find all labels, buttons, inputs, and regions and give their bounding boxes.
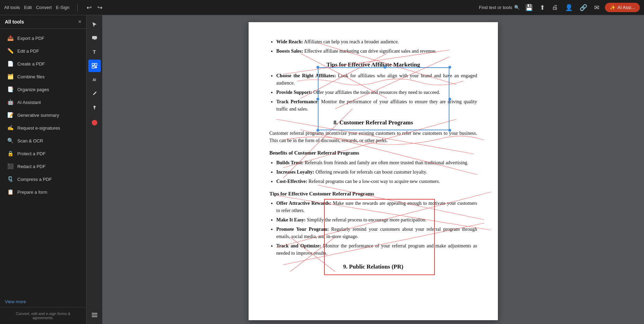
cursor-tool-button[interactable] <box>88 18 101 30</box>
list-item: Cost-Effective: Referral programs can be… <box>276 178 477 185</box>
ai-tool-button[interactable]: AI <box>88 73 101 86</box>
generative-summary-icon: 📝 <box>7 112 14 119</box>
list-item: Choose the Right Affiliates: Look for af… <box>276 72 477 87</box>
heading-referral-benefits: Benefits of Customer Referral Programs <box>269 149 477 157</box>
nav-esign[interactable]: E-Sign <box>56 5 69 10</box>
sidebar-items-list: 📤 Export a PDF ✏️ Edit a PDF 📄 Create a … <box>0 29 86 296</box>
heading-customer-referral: 8. Customer Referral Programs <box>269 118 477 127</box>
sidebar-item-compress-pdf[interactable]: 🗜️ Compress a PDF <box>2 173 84 185</box>
redo-button[interactable]: ↪ <box>96 2 104 13</box>
sidebar-item-edit-pdf[interactable]: ✏️ Edit a PDF <box>2 45 84 57</box>
sidebar-footer-text: Convert, edit and e-sign forms & agreeme… <box>16 312 71 320</box>
toolbar-actions: ↩ ↪ <box>85 2 104 13</box>
scan-ocr-icon: 🔍 <box>7 137 14 144</box>
combine-files-icon: 🗂️ <box>7 73 14 80</box>
redact-pdf-icon: ⬛ <box>7 163 14 170</box>
tool-panel: T AI <box>87 15 102 324</box>
list-item: Builds Trust: Referrals from friends and… <box>276 159 477 166</box>
toolbar-right: Find text or tools 🔍 💾 ⬆ 🖨 👤 🔗 ✉ ✨ AI As… <box>479 2 640 13</box>
email-icon-button[interactable]: ✉ <box>593 2 601 13</box>
list-item: Wide Reach: Affiliates can help you reac… <box>276 38 477 45</box>
account-icon-button[interactable]: 👤 <box>564 2 574 13</box>
nav-convert[interactable]: Convert <box>36 5 52 10</box>
edit-pdf-icon: ✏️ <box>7 47 14 54</box>
ai-assist-label: AI Assi... <box>617 5 635 10</box>
sidebar-item-scan-ocr[interactable]: 🔍 Scan & OCR <box>2 134 84 147</box>
text-tool-button[interactable]: T <box>88 46 101 58</box>
save-icon-button[interactable]: 💾 <box>524 2 534 13</box>
sidebar-item-create-pdf-label: Create a PDF <box>17 61 45 67</box>
heading-affiliate-tips: Tips for Effective Affiliate Marketing <box>269 60 477 69</box>
sidebar-item-redact-pdf[interactable]: ⬛ Redact a PDF <box>2 160 84 173</box>
sidebar-item-scan-ocr-label: Scan & OCR <box>17 138 43 143</box>
pdf-viewer-area[interactable]: Wide Reach: Affiliates can help you reac… <box>102 15 644 324</box>
view-more-button[interactable]: View more <box>0 296 86 307</box>
record-tool-button[interactable] <box>88 116 101 129</box>
pin-tool-button[interactable] <box>88 101 101 114</box>
scan-select-tool-button[interactable] <box>88 60 101 72</box>
sidebar-item-combine-files-label: Combine files <box>17 74 45 79</box>
sidebar-item-request-esignatures[interactable]: ✍️ Request e-signatures <box>2 122 84 134</box>
list-item: Provide Support: Offer your affiliates t… <box>276 89 477 96</box>
sidebar-item-redact-pdf-label: Redact a PDF <box>17 164 46 169</box>
sidebar-item-protect-pdf-label: Protect a PDF <box>17 151 46 156</box>
find-text-box[interactable]: Find text or tools 🔍 <box>479 5 520 10</box>
sidebar-item-ai-assistant[interactable]: 🤖 AI Assistant <box>2 96 84 108</box>
list-item: Make It Easy: Simplify the referral proc… <box>276 216 477 224</box>
list-item: Promote Your Program: Regularly remind y… <box>276 226 477 240</box>
heading-referral-tips: Tips for Effective Customer Referral Pro… <box>269 190 477 198</box>
svg-rect-8 <box>92 315 97 315</box>
list-item: Increases Loyalty: Offering rewards for … <box>276 168 477 176</box>
svg-rect-0 <box>92 36 97 39</box>
svg-rect-7 <box>92 313 97 314</box>
pen-tool-button[interactable] <box>88 87 101 100</box>
sidebar-item-edit-pdf-label: Edit a PDF <box>17 49 39 54</box>
sidebar-item-ai-assistant-label: AI Assistant <box>17 100 41 105</box>
ai-assist-button[interactable]: ✨ AI Assi... <box>605 3 640 12</box>
comment-tool-button[interactable] <box>88 32 101 44</box>
undo-button[interactable]: ↩ <box>85 2 93 13</box>
protect-pdf-icon: 🔒 <box>7 150 14 157</box>
sidebar-item-create-pdf[interactable]: 📄 Create a PDF <box>2 58 84 70</box>
sidebar-close-button[interactable]: × <box>78 19 81 25</box>
compress-pdf-icon: 🗜️ <box>7 176 14 183</box>
sidebar-item-combine-files[interactable]: 🗂️ Combine files <box>2 70 84 83</box>
list-item: Offer Attractive Rewards: Make sure the … <box>276 200 477 214</box>
find-text-label: Find text or tools <box>479 5 512 10</box>
upload-icon-button[interactable]: ⬆ <box>538 2 546 13</box>
top-toolbar: All tools Edit Convert E-Sign ↩ ↪ Find t… <box>0 0 644 15</box>
sidebar-item-generative-summary-label: Generative summary <box>17 113 59 118</box>
list-item: Track and Optimize: Monitor the performa… <box>276 242 477 257</box>
sidebar-item-request-esignatures-label: Request e-signatures <box>17 125 60 131</box>
sidebar-item-organize-pages-label: Organize pages <box>17 87 49 92</box>
svg-rect-1 <box>92 63 94 65</box>
main-area: All tools × 📤 Export a PDF ✏️ Edit a PDF… <box>0 15 644 324</box>
export-pdf-icon: 📤 <box>7 35 14 42</box>
svg-point-5 <box>93 106 96 108</box>
nav-all-tools[interactable]: All tools <box>4 5 20 10</box>
pdf-page: Wide Reach: Affiliates can help you reac… <box>249 22 498 320</box>
sidebar-item-organize-pages[interactable]: 📑 Organize pages <box>2 83 84 96</box>
list-item: Track Performance: Monitor the performan… <box>276 98 477 113</box>
sidebar-item-export-pdf[interactable]: 📤 Export a PDF <box>2 32 84 44</box>
sidebar-footer: Convert, edit and e-sign forms & agreeme… <box>0 307 86 324</box>
ai-assist-icon: ✨ <box>610 5 615 10</box>
sidebar-item-prepare-form[interactable]: 📋 Prepare a form <box>2 186 84 198</box>
sidebar-item-compress-pdf-label: Compress a PDF <box>17 177 52 182</box>
svg-rect-9 <box>92 316 97 317</box>
sidebar-item-protect-pdf[interactable]: 🔒 Protect a PDF <box>2 147 84 160</box>
nav-menu: All tools Edit Convert E-Sign <box>4 5 70 10</box>
paragraph-referral-intro: Customer referral programs incentivize y… <box>269 130 477 144</box>
list-item: Boosts Sales: Effective affiliate market… <box>276 47 477 55</box>
sidebar-header: All tools × <box>0 15 86 29</box>
menu-tool-button[interactable] <box>88 309 101 321</box>
link-icon-button[interactable]: 🔗 <box>578 2 589 13</box>
sidebar-item-export-pdf-label: Export a PDF <box>17 36 44 41</box>
toolbar-separator <box>77 4 78 11</box>
print-icon-button[interactable]: 🖨 <box>551 2 560 12</box>
sidebar-item-prepare-form-label: Prepare a form <box>17 190 47 195</box>
organize-pages-icon: 📑 <box>7 86 14 93</box>
nav-edit[interactable]: Edit <box>24 5 32 10</box>
sidebar-title: All tools <box>5 19 24 25</box>
sidebar-item-generative-summary[interactable]: 📝 Generative summary <box>2 109 84 121</box>
